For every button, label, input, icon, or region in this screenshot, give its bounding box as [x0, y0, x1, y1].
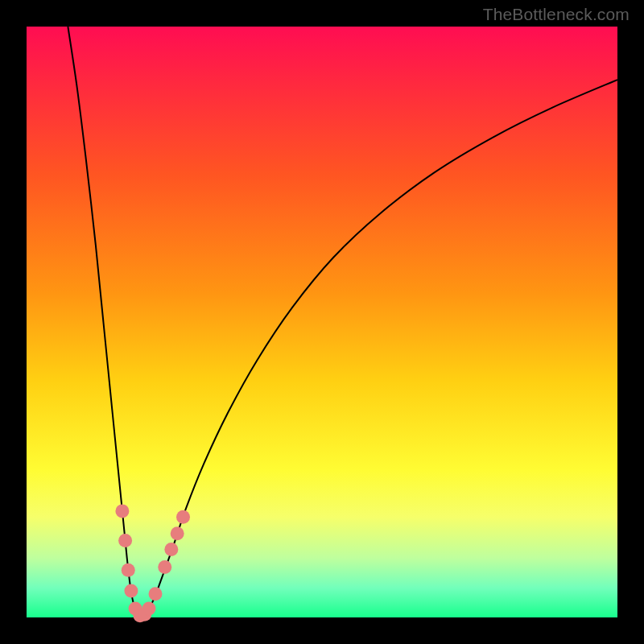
chart-svg — [0, 0, 644, 644]
marker-cluster — [115, 504, 190, 622]
data-marker — [142, 601, 155, 615]
data-marker — [122, 564, 135, 577]
data-marker — [171, 526, 184, 540]
chart-frame: { "watermark": { "text": "TheBottleneck.… — [0, 0, 644, 644]
data-marker — [158, 560, 171, 574]
data-marker — [115, 504, 129, 518]
data-marker — [176, 510, 190, 524]
curve-right-limb — [143, 80, 617, 617]
curve-left-limb — [68, 27, 142, 617]
data-marker — [149, 587, 163, 601]
data-marker — [118, 534, 132, 547]
data-marker — [164, 543, 178, 556]
watermark-text: TheBottleneck.com — [483, 5, 630, 24]
data-marker — [124, 584, 138, 597]
